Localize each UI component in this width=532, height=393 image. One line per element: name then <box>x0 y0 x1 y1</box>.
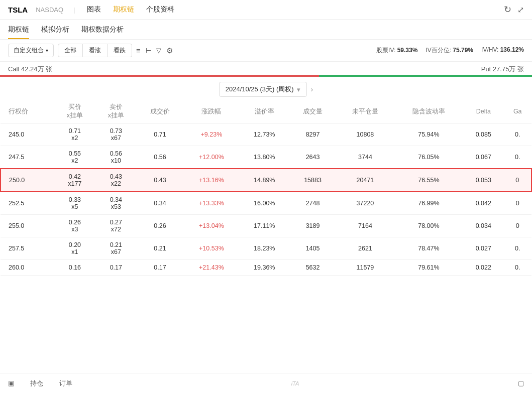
cell-7: 20471 <box>336 169 394 192</box>
col-ask: 卖价x挂单 <box>95 100 137 123</box>
watermark: iTA <box>291 380 299 386</box>
cell-5: 18.23% <box>240 237 289 260</box>
options-table: 行权价 买价x挂单 卖价x挂单 成交价 涨跌幅 溢价率 成交量 未平仓量 隐含波… <box>0 100 532 276</box>
cell-9: 0.034 <box>463 215 503 237</box>
cell-7: 10808 <box>336 123 394 146</box>
cell-2: 0.27x72 <box>95 215 137 237</box>
cell-3: 0.21 <box>137 237 183 260</box>
iv-percentile: IV百分位: 75.79% <box>425 46 473 55</box>
cell-8: 76.55% <box>394 169 464 192</box>
next-date-arrow[interactable]: › <box>311 85 313 93</box>
cell-4: +9.23% <box>183 123 240 146</box>
refresh-icon[interactable]: ↻ <box>504 4 511 15</box>
cell-7: 2621 <box>336 237 394 260</box>
cell-7: 7164 <box>336 215 394 237</box>
cell-8: 76.99% <box>394 192 464 215</box>
options-table-wrap[interactable]: 行权价 买价x挂单 卖价x挂单 成交价 涨跌幅 溢价率 成交量 未平仓量 隐含波… <box>0 100 532 276</box>
cell-0: 257.5 <box>1 237 54 260</box>
cell-4: +13.04% <box>183 215 240 237</box>
cell-2: 0.21x67 <box>95 237 137 260</box>
cell-1: 0.16 <box>54 260 95 276</box>
cell-5: 19.36% <box>240 260 289 276</box>
cell-6: 2748 <box>289 192 336 215</box>
cell-3: 0.43 <box>137 169 183 192</box>
ticker-label: TSLA <box>8 6 28 14</box>
options-table-body: 245.00.71x20.73x670.71+9.23%12.73%829710… <box>1 123 531 276</box>
cell-9: 0.067 <box>463 146 503 169</box>
table-row[interactable]: 245.00.71x20.73x670.71+9.23%12.73%829710… <box>1 123 531 146</box>
iv-stats: 股票IV: 59.33% IV百分位: 75.79% IV/HV: 136.12… <box>376 46 524 55</box>
filter-call-button[interactable]: 看涨 <box>83 44 108 57</box>
settings-icon[interactable]: ⚙ <box>166 46 173 55</box>
cell-4: +10.53% <box>183 237 240 260</box>
col-price: 成交价 <box>137 100 183 123</box>
exchange-label: NASDAQ <box>36 6 63 14</box>
date-selector[interactable]: 2024/10/25 (3天) (周权) ▾ <box>219 82 307 97</box>
cell-10: 0 <box>503 192 531 215</box>
date-selector-row: 2024/10/25 (3天) (周权) ▾ › <box>0 77 532 100</box>
callput-bar: Call 42.24万 张 Put 27.75万 张 <box>0 62 532 77</box>
tab-options-chain[interactable]: 期权链 <box>111 4 136 15</box>
cell-4: +12.00% <box>183 146 240 169</box>
table-row[interactable]: 247.50.55x20.56x100.56+12.00%13.80%26433… <box>1 146 531 169</box>
put-progress-bar <box>319 75 532 77</box>
columns-icon[interactable]: ⊢ <box>146 47 151 54</box>
cell-6: 15883 <box>289 169 336 192</box>
holding-button[interactable]: 持仓 <box>30 379 43 388</box>
filter-put-button[interactable]: 看跌 <box>108 44 132 57</box>
tab-chart[interactable]: 图表 <box>85 4 103 15</box>
sidebar-toggle-icon[interactable]: ▣ <box>8 379 14 387</box>
cell-6: 3189 <box>289 215 336 237</box>
col-bid: 买价x挂单 <box>54 100 95 123</box>
filter-icon[interactable]: ▽ <box>156 47 161 54</box>
cell-8: 78.00% <box>394 215 464 237</box>
table-row[interactable]: 250.00.42x1770.43x220.43+13.16%14.89%158… <box>1 169 531 192</box>
col-iv: 隐含波动率 <box>394 100 464 123</box>
call-progress-bar <box>0 75 319 77</box>
cell-6: 5632 <box>289 260 336 276</box>
tab-stock-info[interactable]: 个股资料 <box>144 4 176 15</box>
cell-7: 3744 <box>336 146 394 169</box>
cell-1: 0.42x177 <box>54 169 95 192</box>
cell-9: 0.042 <box>463 192 503 215</box>
cell-1: 0.55x2 <box>54 146 95 169</box>
cell-0: 245.0 <box>1 123 54 146</box>
filter-buttons: 全部 看涨 看跌 <box>58 44 132 57</box>
list-icon[interactable]: ≡ <box>136 46 141 55</box>
cell-8: 78.47% <box>394 237 464 260</box>
col-volume: 成交量 <box>289 100 336 123</box>
custom-group-button[interactable]: 自定义组合 ▾ <box>8 44 54 57</box>
cell-5: 17.11% <box>240 215 289 237</box>
top-nav: TSLA NASDAQ | 图表 期权链 个股资料 ↻ ⤢ <box>0 0 532 20</box>
order-button[interactable]: 订单 <box>59 379 72 388</box>
subtab-simulation[interactable]: 模拟分析 <box>41 25 69 39</box>
table-row[interactable]: 260.00.160.170.17+21.43%19.36%5632115797… <box>1 260 531 276</box>
custom-group-label: 自定义组合 <box>14 46 44 55</box>
bottom-bar: ▣ 持仓 订单 iTA ▢ <box>0 373 532 393</box>
cell-4: +13.33% <box>183 192 240 215</box>
put-label: Put 27.75万 张 <box>481 65 524 74</box>
cell-0: 252.5 <box>1 192 54 215</box>
nav-divider: | <box>73 6 75 14</box>
cell-10: 0 <box>503 169 531 192</box>
cell-1: 0.71x2 <box>54 123 95 146</box>
table-row[interactable]: 257.50.20x10.21x670.21+10.53%18.23%14052… <box>1 237 531 260</box>
expand-icon[interactable]: ⤢ <box>517 5 524 15</box>
cell-4: +21.43% <box>183 260 240 276</box>
top-nav-actions: ↻ ⤢ <box>504 4 524 15</box>
subtab-data-analysis[interactable]: 期权数据分析 <box>81 25 124 39</box>
cell-9: 0.085 <box>463 123 503 146</box>
cell-0: 255.0 <box>1 215 54 237</box>
col-oi: 未平仓量 <box>336 100 394 123</box>
subtab-options-chain[interactable]: 期权链 <box>8 25 29 39</box>
cell-1: 0.33x5 <box>54 192 95 215</box>
cell-0: 260.0 <box>1 260 54 276</box>
table-row[interactable]: 255.00.26x30.27x720.26+13.04%17.11%31897… <box>1 215 531 237</box>
col-gamma: Ga <box>503 100 531 123</box>
date-label: 2024/10/25 (3天) (周权) <box>226 85 294 94</box>
callput-progress <box>0 75 532 77</box>
toolbar-icons: ≡ ⊢ ▽ ⚙ <box>136 46 173 55</box>
filter-all-button[interactable]: 全部 <box>58 44 83 57</box>
minimize-icon[interactable]: ▢ <box>518 379 524 387</box>
table-row[interactable]: 252.50.33x50.34x530.34+13.33%16.00%27483… <box>1 192 531 215</box>
